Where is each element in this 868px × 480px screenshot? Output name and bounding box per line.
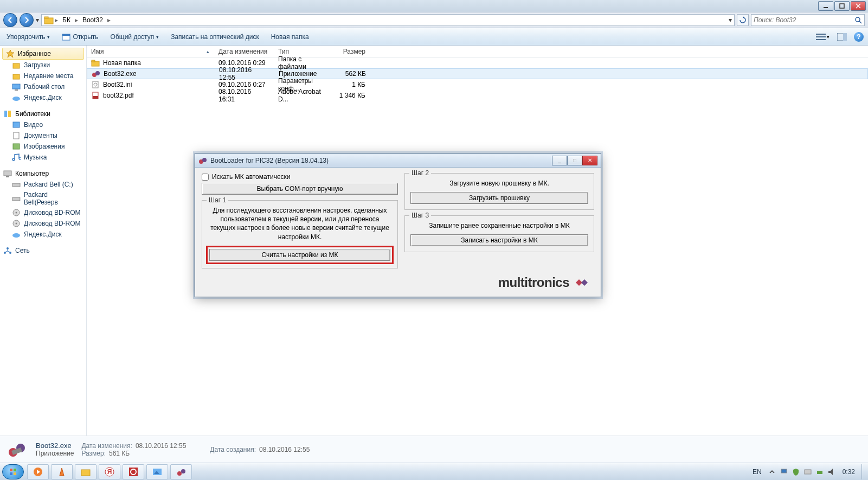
column-date[interactable]: Дата изменения	[214, 48, 274, 55]
chevron-right-icon[interactable]: ▸	[107, 16, 111, 24]
language-indicator[interactable]: EN	[750, 468, 764, 476]
breadcrumb-segment[interactable]: Boot32	[79, 16, 106, 24]
column-name[interactable]: Имя▴	[87, 48, 214, 55]
star-icon	[6, 49, 15, 58]
file-row[interactable]: Boot32.ini09.10.2016 0:27Параметры конф.…	[87, 79, 868, 90]
help-button[interactable]: ?	[854, 32, 864, 42]
select-com-port-button[interactable]: Выбрать COM-порт вручную	[202, 183, 398, 195]
tray-chevron-icon[interactable]	[768, 468, 776, 476]
taskbar: Я EN 0:32	[0, 463, 868, 480]
navigation-sidebar: Избранное Загрузки Недавние места Рабочи…	[0, 46, 87, 436]
tray-safely-remove-icon[interactable]	[815, 468, 824, 476]
svg-point-63	[181, 469, 185, 473]
recent-icon	[12, 72, 21, 80]
sidebar-group-favorites[interactable]: Избранное	[2, 48, 84, 60]
dialog-minimize-button[interactable]: _	[552, 156, 567, 165]
back-button[interactable]	[3, 13, 17, 27]
sidebar-item-drive-reserve[interactable]: Packard Bell(Резерв	[0, 190, 86, 207]
step2-text: Загрузите новую прошивку в МК.	[410, 179, 588, 188]
sidebar-item-music[interactable]: Музыка	[0, 152, 86, 163]
share-button[interactable]: Общий доступ▾	[108, 32, 162, 42]
start-button[interactable]	[2, 464, 24, 479]
sidebar-item-yandex[interactable]: Яндекс.Диск	[0, 92, 86, 103]
sidebar-item-drive-c[interactable]: Packard Bell (C:)	[0, 179, 86, 190]
dialog-close-button[interactable]: ✕	[582, 156, 597, 165]
file-row[interactable]: boot32.pdf08.10.2016 16:31Adobe Acrobat …	[87, 90, 868, 101]
sidebar-item-desktop[interactable]: Рабочий стол	[0, 81, 86, 92]
taskbar-explorer[interactable]	[75, 464, 97, 479]
tray-network-icon[interactable]	[803, 468, 812, 476]
open-button[interactable]: Открыть	[60, 31, 100, 42]
clock[interactable]: 0:32	[839, 468, 858, 476]
sidebar-item-pictures[interactable]: Изображения	[0, 141, 86, 152]
tray-flag-icon[interactable]	[780, 468, 788, 476]
tray-shield-icon[interactable]	[792, 468, 800, 476]
sidebar-item-recent[interactable]: Недавние места	[0, 71, 86, 81]
svg-rect-24	[4, 171, 11, 176]
chevron-right-icon[interactable]: ▸	[75, 16, 78, 24]
taskbar-app-red[interactable]	[123, 464, 144, 479]
breadcrumb-dropdown-icon[interactable]: ▾	[729, 16, 732, 24]
taskbar-yandex[interactable]: Я	[99, 464, 120, 479]
window-titlebar	[0, 0, 868, 12]
svg-point-4	[856, 17, 860, 22]
video-icon	[12, 120, 21, 129]
column-type[interactable]: Тип	[274, 48, 332, 55]
read-settings-button[interactable]: Считать настройки из МК	[209, 249, 390, 261]
svg-rect-25	[6, 176, 9, 177]
details-date-modified: 08.10.2016 12:55	[136, 442, 186, 450]
preview-pane-button[interactable]	[834, 31, 850, 42]
taskbar-vlc[interactable]	[51, 464, 73, 479]
explorer-toolbar: Упорядочить▾ Открыть Общий доступ▾ Запис…	[0, 28, 868, 46]
breadcrumb[interactable]: ▸ БК ▸ Boot32 ▸ ▾	[41, 14, 735, 26]
sidebar-item-bdrom-2[interactable]: Дисковод BD-ROM	[0, 218, 86, 229]
sidebar-item-videos[interactable]: Видео	[0, 119, 86, 130]
dialog-titlebar[interactable]: BootLoader for PIC32 (Версия 18.04.13) _…	[195, 153, 601, 168]
burn-button[interactable]: Записать на оптический диск	[169, 32, 261, 42]
svg-point-70	[202, 158, 207, 162]
load-firmware-button[interactable]: Загрузить прошивку	[410, 192, 588, 204]
search-input[interactable]: Поиск: Boot32	[751, 14, 865, 26]
maximize-button[interactable]	[834, 1, 850, 11]
sidebar-item-yandex-drive[interactable]: Яндекс.Диск	[0, 229, 86, 240]
breadcrumb-segment[interactable]: БК	[59, 16, 74, 24]
details-date-created: 08.10.2016 12:55	[259, 446, 310, 453]
svg-rect-3	[44, 17, 48, 18]
downloads-icon	[12, 61, 21, 69]
chevron-right-icon[interactable]: ▸	[55, 16, 58, 24]
auto-search-checkbox[interactable]: Искать МК автоматически	[202, 173, 398, 181]
search-placeholder: Поиск: Boot32	[754, 16, 854, 24]
history-dropdown-icon[interactable]: ▾	[36, 16, 39, 24]
sidebar-group-computer[interactable]: Компьютер	[0, 168, 86, 179]
drive-icon	[12, 194, 21, 203]
sidebar-item-documents[interactable]: Документы	[0, 130, 86, 141]
minimize-button[interactable]	[818, 1, 833, 11]
column-size[interactable]: Размер	[332, 48, 370, 55]
sidebar-item-downloads[interactable]: Загрузки	[0, 60, 86, 71]
write-settings-button[interactable]: Записать настройки в МК	[410, 234, 588, 246]
step1-fieldset: Шаг 1 Для последующего восстановления на…	[202, 200, 398, 268]
taskbar-pictures[interactable]	[146, 464, 168, 479]
svg-rect-26	[12, 183, 20, 187]
forward-button[interactable]	[20, 13, 34, 27]
tray-volume-icon[interactable]	[827, 468, 836, 476]
close-button[interactable]	[851, 1, 866, 11]
dialog-maximize-button[interactable]: □	[567, 156, 582, 165]
sidebar-group-libraries[interactable]: Библиотеки	[0, 108, 86, 119]
svg-marker-54	[60, 468, 64, 476]
taskbar-bootloader[interactable]	[170, 464, 192, 479]
drive-icon	[12, 180, 21, 189]
sidebar-item-bdrom-1[interactable]: Дисковод BD-ROM	[0, 207, 86, 218]
new-folder-button[interactable]: Новая папка	[269, 32, 311, 42]
computer-icon	[3, 169, 12, 178]
organize-button[interactable]: Упорядочить▾	[4, 32, 52, 42]
svg-point-62	[177, 471, 182, 476]
file-row[interactable]: Новая папка09.10.2016 0:29Папка с файлам…	[87, 57, 868, 68]
file-row[interactable]: Boot32.exe08.10.2016 12:55Приложение562 …	[87, 68, 868, 79]
refresh-button[interactable]	[737, 14, 749, 26]
view-mode-button[interactable]: ▾	[815, 31, 830, 42]
svg-rect-0	[824, 7, 828, 8]
show-desktop-button[interactable]	[861, 464, 866, 479]
sidebar-item-network[interactable]: Сеть	[0, 245, 86, 256]
taskbar-mediaplayer[interactable]	[27, 464, 49, 479]
